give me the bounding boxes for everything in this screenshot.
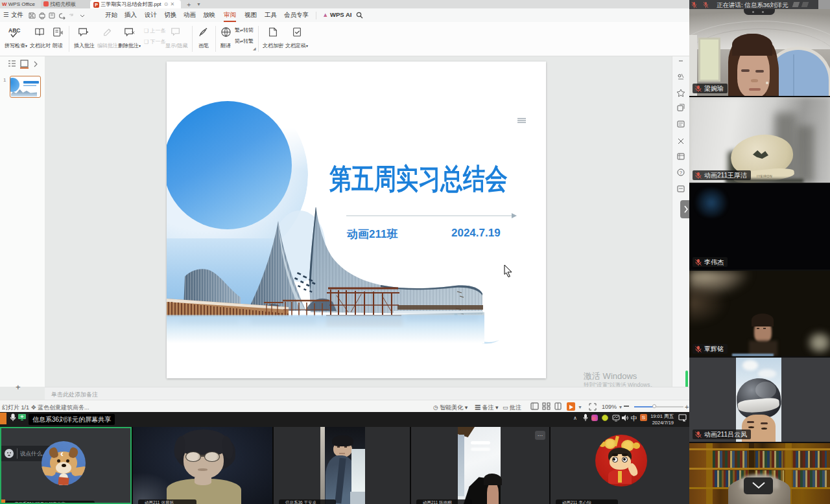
svg-text:ABC: ABC xyxy=(8,27,20,34)
svg-text:?: ? xyxy=(680,170,682,175)
